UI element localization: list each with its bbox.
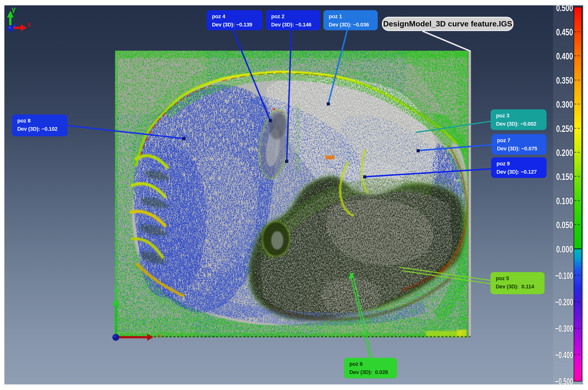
svg-text:x: x	[28, 20, 31, 28]
svg-text:y: y	[12, 5, 16, 13]
svg-text:x: x	[158, 332, 161, 339]
